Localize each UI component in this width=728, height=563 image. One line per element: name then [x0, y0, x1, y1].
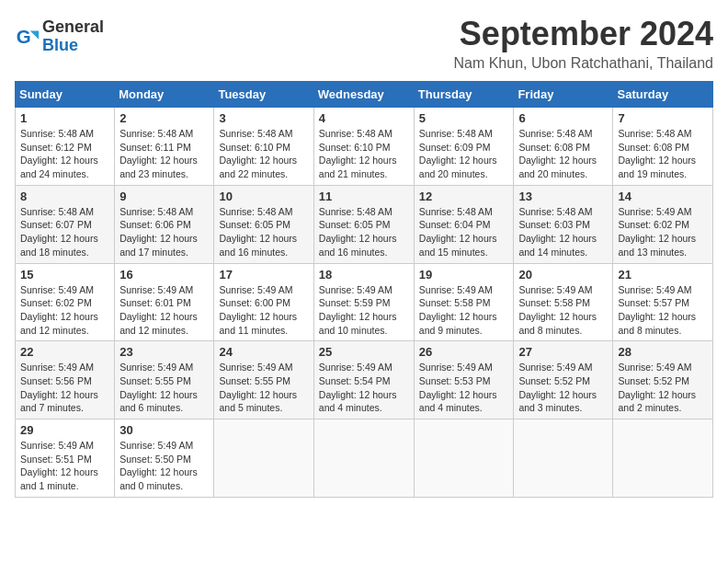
- day-number: 4: [319, 111, 409, 125]
- day-number: 6: [518, 111, 608, 125]
- day-number: 3: [219, 111, 308, 125]
- day-number: 23: [119, 345, 209, 359]
- day-cell: 23Sunrise: 5:49 AM Sunset: 5:55 PM Dayli…: [115, 341, 214, 419]
- day-info: Sunrise: 5:49 AM Sunset: 5:57 PM Dayligh…: [618, 283, 708, 338]
- day-number: 27: [518, 345, 608, 359]
- calendar: SundayMondayTuesdayWednesdayThursdayFrid…: [15, 81, 713, 498]
- day-cell: 24Sunrise: 5:49 AM Sunset: 5:55 PM Dayli…: [214, 341, 313, 419]
- day-cell: 25Sunrise: 5:49 AM Sunset: 5:54 PM Dayli…: [313, 341, 414, 419]
- location-title: Nam Khun, Ubon Ratchathani, Thailand: [453, 55, 713, 72]
- day-number: 20: [518, 268, 608, 282]
- day-cell: 7Sunrise: 5:48 AM Sunset: 6:08 PM Daylig…: [613, 108, 713, 186]
- day-number: 14: [618, 190, 708, 203]
- day-info: Sunrise: 5:48 AM Sunset: 6:10 PM Dayligh…: [219, 127, 308, 181]
- day-cell: 20Sunrise: 5:49 AM Sunset: 5:58 PM Dayli…: [514, 263, 613, 341]
- day-info: Sunrise: 5:48 AM Sunset: 6:07 PM Dayligh…: [20, 205, 109, 259]
- day-info: Sunrise: 5:48 AM Sunset: 6:08 PM Dayligh…: [518, 127, 608, 181]
- day-cell: [514, 419, 613, 498]
- header-cell-friday: Friday: [514, 82, 613, 108]
- logo: G General Blue: [15, 18, 104, 55]
- day-info: Sunrise: 5:49 AM Sunset: 6:02 PM Dayligh…: [20, 283, 109, 338]
- day-cell: 4Sunrise: 5:48 AM Sunset: 6:10 PM Daylig…: [313, 108, 414, 186]
- day-number: 24: [219, 345, 308, 359]
- day-info: Sunrise: 5:49 AM Sunset: 5:56 PM Dayligh…: [20, 361, 109, 415]
- day-number: 19: [419, 268, 509, 282]
- day-cell: 26Sunrise: 5:49 AM Sunset: 5:53 PM Dayli…: [414, 341, 514, 419]
- day-info: Sunrise: 5:48 AM Sunset: 6:10 PM Dayligh…: [319, 127, 409, 181]
- day-info: Sunrise: 5:48 AM Sunset: 6:12 PM Dayligh…: [20, 127, 109, 181]
- day-cell: 19Sunrise: 5:49 AM Sunset: 5:58 PM Dayli…: [414, 263, 514, 341]
- day-info: Sunrise: 5:49 AM Sunset: 5:55 PM Dayligh…: [219, 361, 308, 415]
- day-number: 28: [618, 345, 708, 359]
- day-cell: 5Sunrise: 5:48 AM Sunset: 6:09 PM Daylig…: [414, 108, 514, 186]
- day-cell: 21Sunrise: 5:49 AM Sunset: 5:57 PM Dayli…: [613, 263, 713, 341]
- day-cell: 15Sunrise: 5:49 AM Sunset: 6:02 PM Dayli…: [16, 263, 115, 341]
- week-row-2: 8Sunrise: 5:48 AM Sunset: 6:07 PM Daylig…: [16, 185, 713, 263]
- day-number: 29: [20, 423, 109, 437]
- day-number: 22: [20, 345, 109, 359]
- header-cell-sunday: Sunday: [16, 82, 115, 108]
- day-info: Sunrise: 5:49 AM Sunset: 5:52 PM Dayligh…: [618, 361, 708, 415]
- day-number: 25: [319, 345, 409, 359]
- day-number: 2: [119, 111, 209, 125]
- day-cell: 1Sunrise: 5:48 AM Sunset: 6:12 PM Daylig…: [16, 108, 115, 186]
- week-row-4: 22Sunrise: 5:49 AM Sunset: 5:56 PM Dayli…: [16, 341, 713, 419]
- day-cell: 2Sunrise: 5:48 AM Sunset: 6:11 PM Daylig…: [115, 108, 214, 186]
- day-number: 18: [319, 268, 409, 282]
- day-info: Sunrise: 5:49 AM Sunset: 5:58 PM Dayligh…: [518, 283, 608, 338]
- header-cell-wednesday: Wednesday: [313, 82, 414, 108]
- day-info: Sunrise: 5:48 AM Sunset: 6:08 PM Dayligh…: [618, 127, 708, 181]
- header-cell-monday: Monday: [115, 82, 214, 108]
- day-number: 30: [119, 423, 209, 437]
- day-info: Sunrise: 5:49 AM Sunset: 5:50 PM Dayligh…: [119, 439, 209, 493]
- day-info: Sunrise: 5:48 AM Sunset: 6:05 PM Dayligh…: [319, 205, 409, 259]
- logo-text: General Blue: [42, 18, 104, 55]
- day-info: Sunrise: 5:49 AM Sunset: 5:58 PM Dayligh…: [419, 283, 509, 338]
- day-info: Sunrise: 5:48 AM Sunset: 6:11 PM Dayligh…: [119, 127, 209, 181]
- header-cell-tuesday: Tuesday: [214, 82, 313, 108]
- week-row-1: 1Sunrise: 5:48 AM Sunset: 6:12 PM Daylig…: [16, 108, 713, 186]
- day-info: Sunrise: 5:48 AM Sunset: 6:04 PM Dayligh…: [419, 205, 509, 259]
- day-cell: 16Sunrise: 5:49 AM Sunset: 6:01 PM Dayli…: [115, 263, 214, 341]
- day-cell: 8Sunrise: 5:48 AM Sunset: 6:07 PM Daylig…: [16, 185, 115, 263]
- day-info: Sunrise: 5:49 AM Sunset: 6:02 PM Dayligh…: [618, 205, 708, 259]
- day-number: 10: [219, 190, 308, 203]
- day-info: Sunrise: 5:49 AM Sunset: 5:55 PM Dayligh…: [119, 361, 209, 415]
- week-row-3: 15Sunrise: 5:49 AM Sunset: 6:02 PM Dayli…: [16, 263, 713, 341]
- svg-text:G: G: [17, 25, 31, 46]
- day-number: 16: [119, 268, 209, 282]
- day-number: 13: [518, 190, 608, 203]
- svg-marker-1: [30, 30, 39, 39]
- week-row-5: 29Sunrise: 5:49 AM Sunset: 5:51 PM Dayli…: [16, 419, 713, 498]
- day-cell: [313, 419, 414, 498]
- day-info: Sunrise: 5:49 AM Sunset: 6:01 PM Dayligh…: [119, 283, 209, 338]
- day-number: 7: [618, 111, 708, 125]
- day-cell: 11Sunrise: 5:48 AM Sunset: 6:05 PM Dayli…: [313, 185, 414, 263]
- day-info: Sunrise: 5:48 AM Sunset: 6:05 PM Dayligh…: [219, 205, 308, 259]
- day-cell: 28Sunrise: 5:49 AM Sunset: 5:52 PM Dayli…: [613, 341, 713, 419]
- day-cell: 17Sunrise: 5:49 AM Sunset: 6:00 PM Dayli…: [214, 263, 313, 341]
- title-block: September 2024 Nam Khun, Ubon Ratchathan…: [453, 15, 713, 72]
- day-info: Sunrise: 5:49 AM Sunset: 5:52 PM Dayligh…: [518, 361, 608, 415]
- day-cell: 18Sunrise: 5:49 AM Sunset: 5:59 PM Dayli…: [313, 263, 414, 341]
- day-cell: 29Sunrise: 5:49 AM Sunset: 5:51 PM Dayli…: [16, 419, 115, 498]
- day-number: 8: [20, 190, 109, 203]
- day-cell: 30Sunrise: 5:49 AM Sunset: 5:50 PM Dayli…: [115, 419, 214, 498]
- day-cell: [414, 419, 514, 498]
- day-number: 15: [20, 268, 109, 282]
- day-info: Sunrise: 5:49 AM Sunset: 5:53 PM Dayligh…: [419, 361, 509, 415]
- day-info: Sunrise: 5:49 AM Sunset: 6:00 PM Dayligh…: [219, 283, 308, 338]
- header-cell-saturday: Saturday: [613, 82, 713, 108]
- day-number: 21: [618, 268, 708, 282]
- calendar-body: 1Sunrise: 5:48 AM Sunset: 6:12 PM Daylig…: [16, 108, 713, 498]
- day-number: 12: [419, 190, 509, 203]
- header: G General Blue September 2024 Nam Khun, …: [15, 15, 713, 72]
- day-number: 11: [319, 190, 409, 203]
- day-cell: 12Sunrise: 5:48 AM Sunset: 6:04 PM Dayli…: [414, 185, 514, 263]
- day-cell: 3Sunrise: 5:48 AM Sunset: 6:10 PM Daylig…: [214, 108, 313, 186]
- day-info: Sunrise: 5:48 AM Sunset: 6:09 PM Dayligh…: [419, 127, 509, 181]
- month-title: September 2024: [453, 15, 713, 53]
- day-number: 17: [219, 268, 308, 282]
- day-info: Sunrise: 5:49 AM Sunset: 5:54 PM Dayligh…: [319, 361, 409, 415]
- day-info: Sunrise: 5:48 AM Sunset: 6:03 PM Dayligh…: [518, 205, 608, 259]
